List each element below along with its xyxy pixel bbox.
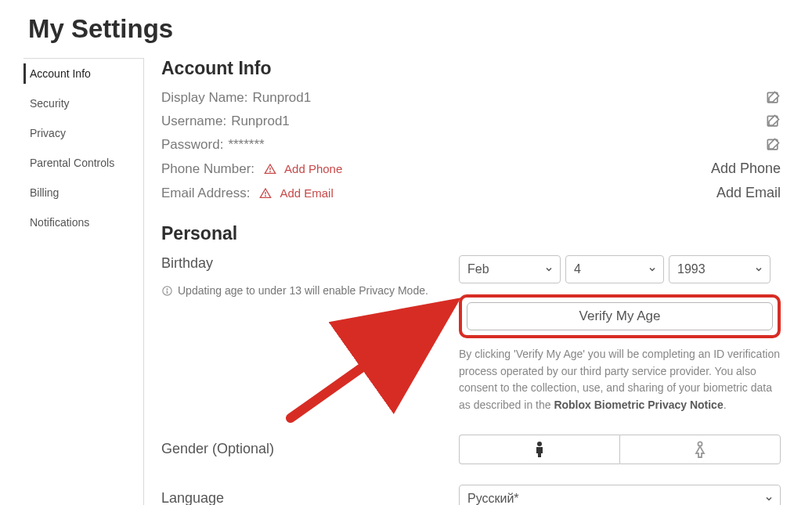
chevron-down-icon <box>544 265 554 274</box>
birthday-year-select[interactable]: 1993 <box>669 255 770 283</box>
gender-buttons <box>459 435 781 464</box>
warning-icon <box>259 187 272 200</box>
annotation-arrow-icon <box>275 294 471 427</box>
sidebar-item-privacy[interactable]: Privacy <box>23 118 143 148</box>
language-label: Language <box>161 490 459 505</box>
password-row: Password: ******* <box>161 137 781 153</box>
svg-point-6 <box>265 196 266 197</box>
svg-point-8 <box>167 288 168 289</box>
disclaimer-end: . <box>724 399 727 411</box>
month-value: Feb <box>467 262 489 276</box>
sidebar-item-label: Privacy <box>30 127 66 139</box>
info-icon <box>161 285 173 297</box>
username-label: Username: <box>161 114 226 129</box>
content-area: Account Info Display Name: Runprod1 User… <box>144 58 812 505</box>
language-row: Language Русский* <box>161 485 781 505</box>
phone-row: Phone Number: Add Phone Add Phone <box>161 161 781 177</box>
account-info-heading: Account Info <box>161 58 781 79</box>
gender-row: Gender (Optional) <box>161 435 781 464</box>
chevron-down-icon <box>764 494 774 503</box>
verify-my-age-button[interactable]: Verify My Age <box>467 302 773 330</box>
birthday-selects: Feb 4 1993 <box>459 255 781 283</box>
chevron-down-icon <box>754 265 763 274</box>
birthday-block: Birthday Updating age to under 13 will e… <box>161 255 781 414</box>
sidebar-item-label: Billing <box>30 186 59 199</box>
edit-password-icon[interactable] <box>765 137 781 153</box>
add-email-link[interactable]: Add Email <box>280 186 333 200</box>
personal-heading: Personal <box>161 223 781 244</box>
sidebar-item-label: Parental Controls <box>30 157 114 169</box>
sidebar-item-parental-controls[interactable]: Parental Controls <box>23 148 143 178</box>
sidebar-item-security[interactable]: Security <box>23 88 143 118</box>
username-value: Runprod1 <box>231 114 290 129</box>
birthday-note: Updating age to under 13 will enable Pri… <box>161 284 443 297</box>
edit-display-name-icon[interactable] <box>765 90 781 106</box>
chevron-down-icon <box>648 265 657 274</box>
phone-label: Phone Number: <box>161 161 254 177</box>
verify-highlight: Verify My Age <box>459 294 781 338</box>
email-row: Email Address: Add Email Add Email <box>161 185 781 201</box>
add-email-button[interactable]: Add Email <box>716 185 781 201</box>
warning-icon <box>264 163 276 175</box>
display-name-value: Runprod1 <box>253 90 312 106</box>
sidebar-item-label: Account Info <box>30 67 91 80</box>
female-icon <box>693 441 707 458</box>
sidebar-item-label: Security <box>30 97 70 110</box>
display-name-label: Display Name: <box>161 90 248 106</box>
gender-label: Gender (Optional) <box>161 441 459 457</box>
display-name-row: Display Name: Runprod1 <box>161 90 781 106</box>
birthday-month-select[interactable]: Feb <box>459 255 561 283</box>
language-value: Русский* <box>467 492 519 505</box>
sidebar: Account Info Security Privacy Parental C… <box>23 58 144 505</box>
gender-female-button[interactable] <box>619 435 781 464</box>
edit-username-icon[interactable] <box>765 114 781 129</box>
sidebar-item-label: Notifications <box>30 216 89 229</box>
sidebar-item-account-info[interactable]: Account Info <box>23 59 143 88</box>
add-phone-link[interactable]: Add Phone <box>284 162 342 175</box>
gender-male-button[interactable] <box>459 435 619 464</box>
day-value: 4 <box>574 262 581 276</box>
biometric-privacy-link[interactable]: Roblox Biometric Privacy Notice <box>554 399 723 411</box>
sidebar-item-billing[interactable]: Billing <box>23 178 143 207</box>
birthday-label: Birthday <box>161 255 443 272</box>
page-title: My Settings <box>0 0 812 58</box>
password-label: Password: <box>161 137 223 153</box>
svg-point-12 <box>537 442 542 446</box>
birthday-note-text: Updating age to under 13 will enable Pri… <box>178 284 428 297</box>
password-value: ******* <box>228 137 264 153</box>
email-label: Email Address: <box>161 186 250 201</box>
language-select[interactable]: Русский* <box>459 485 781 505</box>
username-row: Username: Runprod1 <box>161 114 781 129</box>
verify-disclaimer: By clicking 'Verify My Age' you will be … <box>459 346 781 414</box>
add-phone-button[interactable]: Add Phone <box>711 161 781 177</box>
settings-layout: Account Info Security Privacy Parental C… <box>0 58 812 505</box>
male-icon <box>533 441 546 458</box>
birthday-day-select[interactable]: 4 <box>565 255 664 283</box>
year-value: 1993 <box>677 262 706 276</box>
sidebar-item-notifications[interactable]: Notifications <box>23 207 143 237</box>
svg-point-4 <box>270 171 271 172</box>
